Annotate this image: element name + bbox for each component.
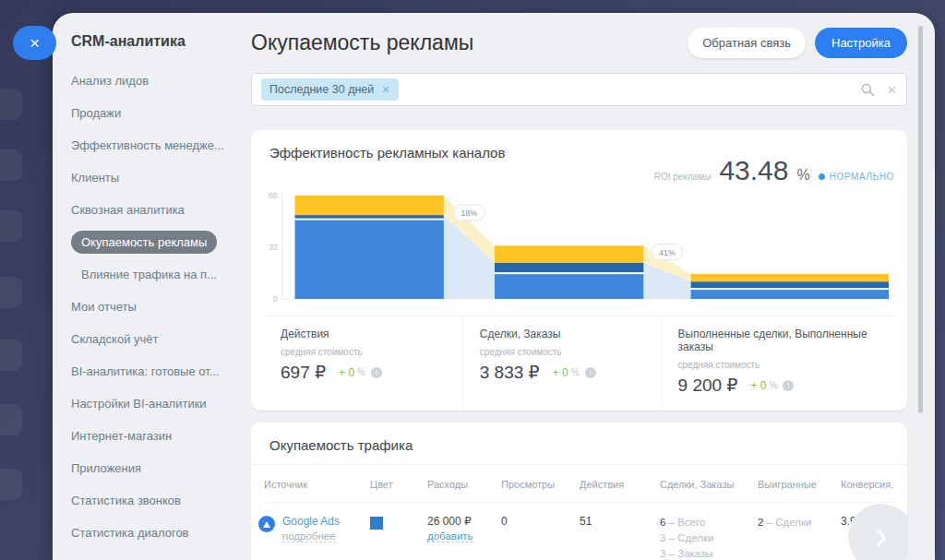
google-ads-icon	[258, 516, 275, 532]
metric-completed-deals: Выполненные сделки, Выполненные заказы с…	[661, 316, 894, 411]
slideover-panel: CRM-аналитика Анализ лидов Продажи Эффек…	[53, 13, 935, 560]
sidebar-item-bi-reports[interactable]: BI-аналитика: готовые от...	[71, 355, 249, 387]
page-header: Окупаемость рекламы Обратная связь Настр…	[251, 28, 907, 58]
col-actions: Действия	[580, 479, 660, 490]
roi-value: 43.48	[719, 155, 788, 186]
col-deals-orders: Сделки, Заказы	[660, 479, 758, 490]
sidebar-title: CRM-аналитика	[71, 33, 249, 50]
table-card-title: Окупаемость трафика	[264, 437, 894, 453]
backdrop-blob	[0, 149, 22, 181]
filter-chip-last-30-days[interactable]: Последние 30 дней ✕	[261, 78, 399, 101]
metric-delta-unit: %	[357, 367, 365, 377]
sidebar-item-lead-analysis[interactable]: Анализ лидов	[71, 65, 249, 97]
close-icon: ✕	[30, 36, 41, 51]
deals-cell: 6 – Всего 3 – Сделки 3 – Заказы	[660, 515, 758, 560]
close-panel-button[interactable]: ✕	[13, 26, 56, 60]
sidebar-item-apps[interactable]: Приложения	[71, 452, 249, 484]
sidebar-item-bi-settings[interactable]: Настройки BI-аналитики	[71, 387, 249, 420]
sidebar-item-end-to-end-analytics[interactable]: Сквозная аналитика	[71, 194, 249, 226]
sidebar-item-manager-efficiency[interactable]: Эффективность менедже...	[71, 129, 249, 161]
col-color: Цвет	[370, 479, 427, 490]
metric-delta-unit: %	[571, 367, 580, 377]
col-views: Просмотры	[501, 479, 580, 490]
col-won: Выигранные	[758, 479, 841, 490]
roi-status-label: НОРМАЛЬНО	[830, 172, 894, 182]
sidebar-item-sales[interactable]: Продажи	[71, 97, 249, 129]
views-value: 0	[501, 515, 580, 560]
chip-remove-icon[interactable]: ✕	[381, 84, 389, 96]
channel-efficiency-card: Эффективность рекламных каналов ROI рекл…	[251, 130, 907, 411]
metric-delta: + 0	[339, 366, 354, 379]
funnel-metrics: Действия средняя стоимость 697 ₽ + 0 % i…	[264, 316, 894, 411]
color-swatch[interactable]	[370, 517, 383, 530]
metric-value: 9 200 ₽	[678, 375, 738, 396]
actions-value: 51	[580, 515, 660, 560]
sidebar-item-call-stats[interactable]: Статистика звонков	[71, 484, 249, 517]
sidebar-item-clients[interactable]: Клиенты	[71, 161, 249, 194]
metric-delta-unit: %	[769, 380, 777, 390]
backdrop-blob	[0, 340, 22, 371]
source-link[interactable]: Google Ads	[282, 515, 340, 528]
roi-unit: %	[796, 167, 809, 184]
metric-actions: Действия средняя стоимость 697 ₽ + 0 % i	[264, 316, 462, 411]
roi-label: ROI рекламы	[654, 172, 712, 182]
filter-search-bar[interactable]: Последние 30 дней ✕ ✕	[251, 73, 907, 106]
funnel-chart[interactable]: 6633018%41%	[266, 188, 892, 310]
col-expenses: Расходы	[427, 479, 501, 490]
table-row-google-ads: Google Ads подробнее 26 000 ₽ добавить 0…	[264, 503, 894, 560]
table-header-row: Источник Цвет Расходы Просмотры Действия…	[264, 465, 894, 503]
details-link[interactable]: подробнее	[282, 530, 336, 542]
expenses-value: 26 000 ₽	[427, 515, 472, 528]
sidebar-item-dialog-stats[interactable]: Статистика диалогов	[71, 517, 249, 549]
backdrop-blob	[0, 89, 22, 120]
metric-delta: + 0	[553, 366, 568, 379]
settings-button[interactable]: Настройка	[815, 28, 907, 58]
panel-scrollbar[interactable]	[918, 26, 923, 413]
sidebar-item-my-reports[interactable]: Мои отчеты	[71, 291, 249, 323]
info-icon[interactable]: i	[371, 367, 382, 378]
svg-text:66: 66	[269, 191, 278, 200]
metric-value: 3 833 ₽	[480, 362, 540, 383]
traffic-payback-card: Окупаемость трафика Источник Цвет Расход…	[251, 423, 907, 560]
col-conversion: Конверсия,	[841, 479, 907, 490]
add-expenses-link[interactable]: добавить	[427, 530, 473, 542]
metric-deals-orders: Сделки, Заказы средняя стоимость 3 833 ₽…	[462, 316, 661, 411]
backdrop-blob	[0, 210, 22, 242]
backdrop-blob	[0, 469, 22, 500]
filter-clear-icon[interactable]: ✕	[887, 83, 897, 97]
info-icon[interactable]: i	[783, 380, 794, 391]
sidebar-item-online-store[interactable]: Интернет-магазин	[71, 420, 249, 452]
main-content: Окупаемость рекламы Обратная связь Настр…	[249, 13, 935, 560]
sidebar-item-inventory[interactable]: Складской учёт	[71, 323, 249, 355]
status-dot-icon	[819, 173, 825, 180]
svg-text:41%: 41%	[659, 248, 676, 257]
svg-text:18%: 18%	[461, 209, 478, 218]
page-title: Окупаемость рекламы	[251, 30, 688, 55]
feedback-button[interactable]: Обратная связь	[688, 28, 806, 58]
svg-text:0: 0	[273, 294, 278, 304]
filter-chip-label: Последние 30 дней	[269, 83, 374, 96]
metric-value: 697 ₽	[281, 362, 326, 383]
sidebar-item-traffic-influence[interactable]: Влияние трафика на п...	[71, 258, 249, 291]
search-icon[interactable]	[861, 83, 875, 97]
backdrop-blob	[0, 277, 22, 308]
roi-status-badge: НОРМАЛЬНО	[819, 172, 894, 182]
won-cell: 2 – Сделки	[758, 515, 841, 560]
sidebar-item-ad-payback[interactable]: Окупаемость рекламы	[71, 226, 249, 258]
backdrop-blob	[0, 404, 22, 435]
chevron-right-icon: ›	[875, 515, 887, 556]
sidebar: CRM-аналитика Анализ лидов Продажи Эффек…	[53, 13, 249, 560]
info-icon[interactable]: i	[585, 367, 596, 378]
col-source: Источник	[264, 479, 370, 490]
svg-text:33: 33	[269, 243, 278, 252]
metric-delta: + 0	[750, 379, 766, 392]
